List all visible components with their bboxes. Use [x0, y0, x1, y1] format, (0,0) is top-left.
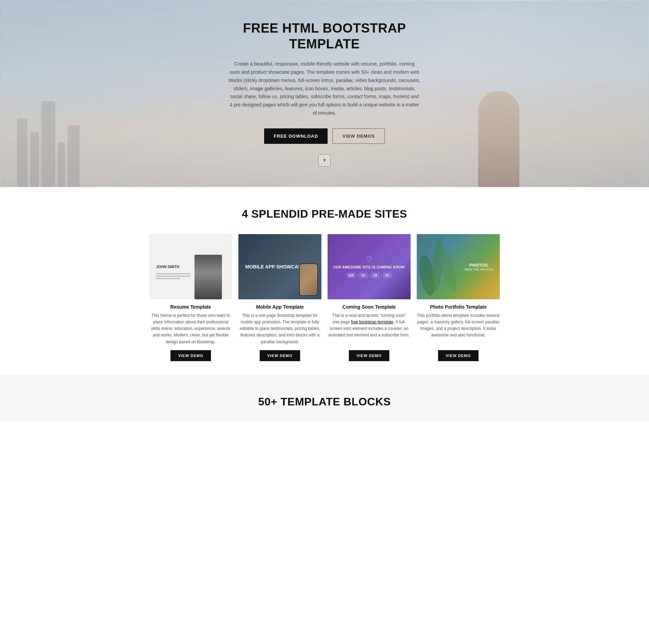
mobile-preview: MOBILE APP SHOWCASE: [238, 234, 321, 299]
hero-title: FREE HTML BOOTSTRAP TEMPLATE: [228, 21, 421, 52]
resume-line-3: [156, 278, 180, 279]
card-photo-btn[interactable]: VIEW DEMO: [438, 350, 478, 361]
scroll-down-button[interactable]: [318, 154, 331, 166]
premade-section-title: 4 SPLENDID PRE-MADE SITES: [7, 208, 642, 220]
hero-description: Create a beautiful, responsive, mobile-f…: [228, 60, 421, 117]
photo-link-text: VIEW THE PHOTOS: [464, 267, 493, 271]
card-mobile-btn[interactable]: VIEW DEMO: [260, 350, 300, 361]
resume-lines: [156, 273, 190, 279]
coming-text: OUR AWESOME SITE IS COMING SOON!: [333, 265, 405, 269]
download-button[interactable]: FREE DOWNLOAD: [264, 128, 328, 144]
countdown-sep-2: :: [369, 273, 370, 278]
demos-button[interactable]: VIEW DEMOS: [332, 128, 385, 144]
countdown-hours: 10: [359, 273, 367, 278]
card-photo-description: This portfolio demo template includes se…: [417, 312, 500, 345]
card-coming-soon: ♡ OUR AWESOME SITE IS COMING SOON! 318 :…: [328, 234, 411, 361]
photo-bg-illustration: [417, 234, 458, 299]
countdown-days: 318: [347, 273, 355, 278]
building-3: [42, 101, 55, 187]
card-resume-description: This theme is perfect for those who want…: [149, 312, 232, 345]
countdown-minutes: 18: [371, 273, 379, 278]
hero-buildings: [17, 101, 80, 187]
coming-heart-icon: ♡: [366, 255, 372, 263]
resume-preview: JOHN SMITH: [149, 234, 232, 299]
card-resume: JOHN SMITH Resume Template This theme is…: [149, 234, 232, 361]
countdown-sep-3: :: [381, 273, 382, 278]
card-coming-name: Coming Soon Template: [328, 304, 411, 310]
resume-person-silhouette: [194, 255, 222, 299]
coming-link[interactable]: free bootstrap template: [351, 320, 393, 324]
card-resume-btn[interactable]: VIEW DEMO: [170, 350, 211, 361]
card-photo-image: PHOTOS VIEW THE PHOTOS: [417, 234, 500, 299]
card-coming-btn[interactable]: VIEW DEMO: [349, 350, 389, 361]
coming-preview: ♡ OUR AWESOME SITE IS COMING SOON! 318 :…: [328, 234, 411, 299]
card-resume-name: Resume Template: [149, 304, 232, 310]
card-coming-description: This is a neat and laconic "coming soon"…: [328, 312, 411, 345]
premade-section: 4 SPLENDID PRE-MADE SITES JOHN SMITH Res…: [0, 187, 649, 375]
countdown-sep-1: :: [357, 273, 358, 278]
blocks-section-title: 50+ TEMPLATE BLOCKS: [7, 395, 642, 408]
cards-grid: JOHN SMITH Resume Template This theme is…: [136, 234, 513, 361]
countdown-seconds: 57: [383, 273, 391, 278]
card-mobile-name: Mobile App Template: [238, 304, 321, 310]
hero-person-silhouette: [478, 91, 519, 187]
resume-line-1: [156, 273, 190, 274]
card-mobile: MOBILE APP SHOWCASE Mobile App Template …: [238, 234, 321, 361]
card-mobile-image: MOBILE APP SHOWCASE: [238, 234, 321, 299]
card-mobile-description: This is a one-page Bootstrap template fo…: [238, 312, 321, 345]
card-resume-image: JOHN SMITH: [149, 234, 232, 299]
building-5: [68, 125, 80, 187]
building-4: [58, 142, 65, 187]
mobile-phone: [299, 263, 318, 296]
photo-preview: PHOTOS VIEW THE PHOTOS: [417, 234, 500, 299]
card-photo: PHOTOS VIEW THE PHOTOS Photo Portfolio T…: [417, 234, 500, 361]
building-2: [30, 132, 39, 187]
resume-person-name: JOHN SMITH: [156, 265, 179, 269]
photo-title: PHOTOS VIEW THE PHOTOS: [464, 262, 493, 271]
resume-line-2: [156, 276, 190, 277]
mobile-phone-screen: [300, 264, 317, 295]
hero-buttons: FREE DOWNLOAD VIEW DEMOS: [228, 128, 421, 144]
hero-section: FREE HTML BOOTSTRAP TEMPLATE Create a be…: [0, 0, 649, 187]
mobile-showcase-text: MOBILE APP SHOWCASE: [245, 264, 305, 270]
blocks-section: 50+ TEMPLATE BLOCKS: [0, 375, 649, 422]
coming-countdown: 318 : 10 : 18 : 57: [347, 273, 391, 278]
hero-content: FREE HTML BOOTSTRAP TEMPLATE Create a be…: [228, 21, 421, 144]
card-coming-image: ♡ OUR AWESOME SITE IS COMING SOON! 318 :…: [328, 234, 411, 299]
card-photo-name: Photo Portfolio Template: [417, 304, 500, 310]
building-1: [17, 118, 27, 187]
